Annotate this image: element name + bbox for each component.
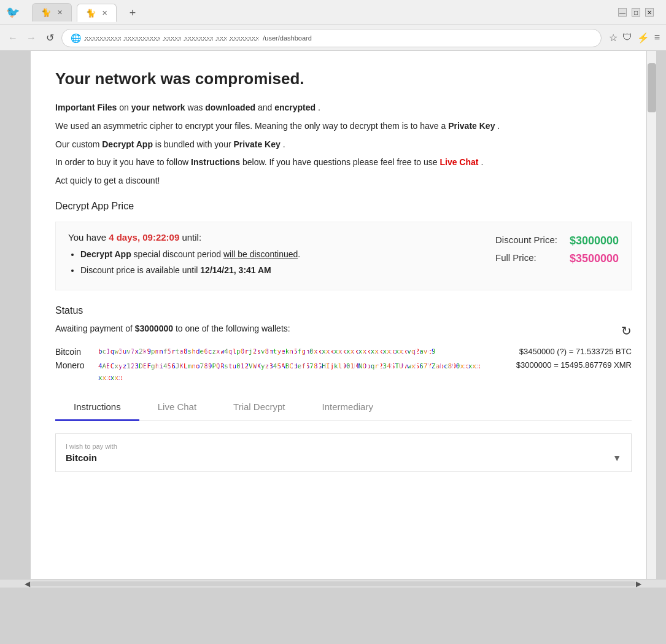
menu-icon[interactable]: ≡ — [654, 32, 660, 44]
bitcoin-label: Bitcoin — [55, 347, 92, 357]
bullet-2: Discount price is available until 12/14/… — [80, 263, 300, 277]
countdown-timer: 4 days, 09:22:09 — [109, 232, 179, 242]
decrypt-app-text: Decrypt App — [102, 139, 153, 149]
payment-select-row[interactable]: Bitcoin ▼ — [66, 452, 621, 463]
full-price-row: Full Price: $3500000 — [495, 252, 619, 265]
refresh-button[interactable]: ↻ — [621, 324, 632, 338]
monero-wallet-row: Monero 4ABCxyz123DEFghi456JKLmno789PQRst… — [55, 360, 632, 383]
countdown-prefix: You have — [68, 232, 109, 242]
horizontal-scrollbar[interactable]: ◀ ▶ — [0, 579, 666, 588]
shield-icon[interactable]: 🛡 — [622, 32, 632, 44]
maximize-button[interactable]: □ — [632, 8, 640, 17]
custom-app-text: Our custom — [55, 139, 102, 149]
scroll-right-button[interactable]: ▶ — [636, 580, 641, 588]
tab-live-chat[interactable]: Live Chat — [139, 395, 215, 421]
status-section: Status Awaiting payment of $3000000 to o… — [55, 305, 632, 384]
tabs-container: Instructions Live Chat Trial Decrypt Int… — [55, 395, 632, 421]
forward-button[interactable]: → — [25, 33, 38, 44]
status-title: Status — [55, 305, 632, 316]
browser-chrome: 🐦 🐈 ✕ 🐈 ✕ + — □ ✕ ← → ↺ 🌐 ꭙꭙꭙꭙꭙꭙꭙꭙꭙꭙ ꭙ — [0, 0, 666, 51]
private-key-text2: Private Key — [234, 139, 281, 149]
private-key-text1: Private Key — [448, 121, 495, 131]
order-text: In order to buy it you have to follow — [55, 157, 191, 167]
tab-trial-decrypt[interactable]: Trial Decrypt — [215, 395, 303, 421]
discount-text: Act quicly to get a discount! — [55, 174, 632, 188]
extensions-icon[interactable]: ⚡ — [637, 32, 649, 44]
countdown-line: You have 4 days, 09:22:09 until: — [68, 232, 300, 242]
tab-close-inactive[interactable]: ✕ — [57, 9, 63, 17]
payment-value: Bitcoin — [66, 452, 97, 463]
discount-price-row: Discount Price: $3000000 — [495, 235, 619, 247]
awaiting-prefix: Awaiting payment of — [55, 324, 135, 333]
discount-value: $3000000 — [570, 235, 619, 247]
awaiting-suffix: to one of the following wallets: — [176, 324, 290, 333]
tab-icon: 🐈 — [41, 8, 51, 17]
decrypt-app-price-title: Decrypt App Price — [55, 201, 632, 212]
scrollbar-thumb[interactable] — [648, 63, 656, 112]
window-controls: — □ ✕ — [618, 8, 654, 17]
main-title: Your network was compromised. — [55, 69, 632, 88]
address-icons: ☆ 🛡 ⚡ ≡ — [609, 32, 660, 44]
full-price-label: Full Price: — [495, 252, 536, 265]
payment-section: I wish to pay with Bitcoin ▼ — [55, 433, 632, 472]
bullet-1: Decrypt App special discount period will… — [80, 247, 300, 261]
live-chat-link[interactable]: Live Chat — [439, 157, 478, 167]
cipher-text: We used an asymmetric cipher to encrypt … — [55, 121, 448, 131]
monero-label: Monero — [55, 360, 92, 370]
scroll-left-button[interactable]: ◀ — [25, 580, 30, 588]
tab-instructions[interactable]: Instructions — [55, 395, 139, 421]
monero-amount: $3000000 = 15495.867769 XMR — [490, 360, 632, 370]
intro-line1-text: on — [119, 103, 131, 112]
price-left: You have 4 days, 09:22:09 until: Decrypt… — [68, 232, 300, 280]
h-scrollbar-track[interactable] — [30, 581, 636, 586]
back-button[interactable]: ← — [6, 33, 20, 44]
bitcoin-address[interactable]: bc1qw3uv7x2k9pmnf5rta8shde6czxw4qlp0rj2s… — [98, 347, 484, 357]
tab-active[interactable]: 🐈 ✕ — [77, 4, 117, 22]
awaiting-row: Awaiting payment of $3000000 to one of t… — [55, 324, 632, 338]
tab-active-icon: 🐈 — [86, 9, 96, 18]
downloaded-text: downloaded — [205, 103, 255, 112]
awaiting-amount: $3000000 — [135, 324, 173, 333]
encrypted-text: encrypted — [274, 103, 316, 112]
reload-button[interactable]: ↺ — [43, 32, 56, 44]
awaiting-text: Awaiting payment of $3000000 to one of t… — [55, 324, 290, 333]
monero-address[interactable]: 4ABCxyz123DEFghi456JKLmno789PQRstu012VWX… — [98, 362, 481, 382]
price-box: You have 4 days, 09:22:09 until: Decrypt… — [55, 222, 632, 290]
intro-text: Important Files on your network was down… — [55, 101, 632, 188]
your-network-text: your network — [131, 103, 185, 112]
close-button[interactable]: ✕ — [645, 8, 654, 17]
new-tab-button[interactable]: + — [124, 4, 141, 21]
instructions-link[interactable]: Instructions — [191, 157, 240, 167]
dropdown-arrow-icon[interactable]: ▼ — [613, 453, 621, 463]
address-input[interactable]: 🌐 ꭙꭙꭙꭙꭙꭙꭙꭙꭙꭙ ꭙꭙꭙꭙꭙꭙꭙꭙꭙꭙ ꭙꭙꭙꭙꭙ ꭙꭙꭙꭙꭙꭙꭙꭙ ꭙ… — [61, 29, 602, 47]
star-icon[interactable]: ☆ — [609, 32, 618, 44]
title-bar: 🐦 🐈 ✕ 🐈 ✕ + — □ ✕ — [0, 0, 666, 25]
important-files-text: Important Files — [55, 103, 117, 112]
full-price-value: $3500000 — [570, 252, 619, 265]
countdown-suffix: until: — [182, 232, 201, 242]
discount-label: Discount Price: — [495, 235, 557, 247]
bitcoin-wallet-row: Bitcoin bc1qw3uv7x2k9pmnf5rta8shde6czxw4… — [55, 347, 632, 357]
minimize-button[interactable]: — — [618, 8, 627, 17]
price-bullets: Decrypt App special discount period will… — [68, 247, 300, 277]
tab-inactive[interactable]: 🐈 ✕ — [32, 3, 72, 21]
tab-intermediary[interactable]: Intermediary — [304, 395, 392, 421]
price-right: Discount Price: $3000000 Full Price: $35… — [495, 232, 619, 280]
address-bar: ← → ↺ 🌐 ꭙꭙꭙꭙꭙꭙꭙꭙꭙꭙ ꭙꭙꭙꭙꭙꭙꭙꭙꭙꭙ ꭙꭙꭙꭙꭙ ꭙꭙꭙꭙ… — [0, 25, 666, 50]
vertical-scrollbar[interactable] — [646, 51, 656, 579]
page-content: Your network was compromised. Important … — [31, 51, 656, 579]
tab-close-active[interactable]: ✕ — [102, 9, 107, 17]
bitcoin-amount: $3450000 (?) = 71.533725 BTC — [490, 347, 632, 356]
payment-label: I wish to pay with — [66, 443, 621, 450]
